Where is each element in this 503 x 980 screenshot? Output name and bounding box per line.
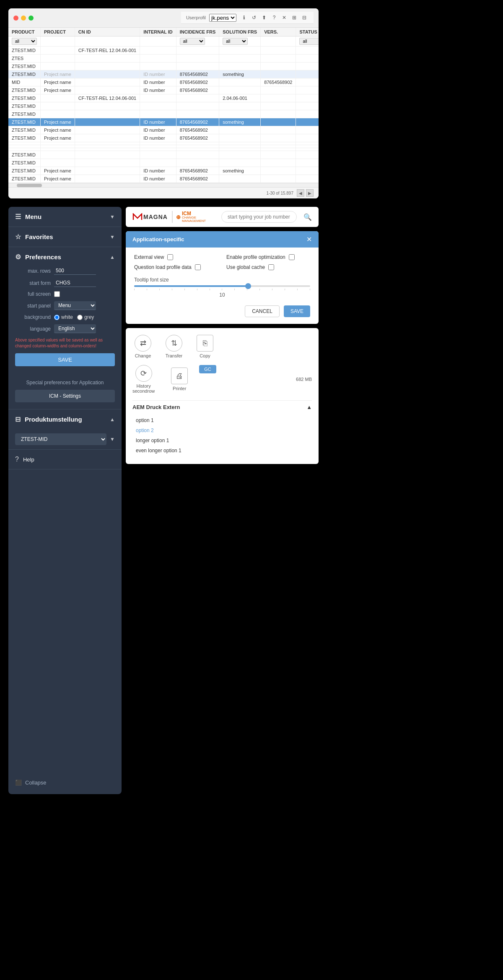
- language-select[interactable]: English: [54, 324, 96, 333]
- table-window: Userprofil jk.pens ℹ ↺ ⬆ ? ✕ ⊞ ⊟ PRODUCT…: [8, 8, 319, 198]
- bottom-section: ☰ Menu ▼ ☆ Favorites ▼ ⚙ Preferences: [8, 207, 319, 794]
- sidebar-help-header[interactable]: ? Help: [8, 450, 122, 469]
- sidebar-menu-header[interactable]: ☰ Menu ▼: [8, 207, 122, 227]
- max-rows-input[interactable]: [54, 267, 96, 275]
- enable-profile-label: Enable profile optimization: [226, 254, 285, 260]
- barcode-icon: ⊟: [15, 415, 21, 423]
- search-btn[interactable]: 🔍: [303, 213, 312, 221]
- modal-close-btn[interactable]: ✕: [306, 235, 312, 243]
- bg-grey-radio[interactable]: [77, 315, 83, 320]
- full-screen-checkbox[interactable]: [54, 291, 60, 297]
- sidebar-produkt-header[interactable]: ⊟ Produktumstellung ▲: [8, 409, 122, 429]
- tick: [259, 289, 260, 290]
- action-copy[interactable]: ⎘ Copy: [194, 335, 215, 358]
- start-form-input[interactable]: [54, 279, 96, 287]
- filter-solution[interactable]: all: [223, 38, 248, 45]
- table-row[interactable]: ZTEST.MID: [8, 63, 319, 70]
- sidebar-favorites-header[interactable]: ☆ Favorites ▼: [8, 227, 122, 247]
- filter-product[interactable]: all: [12, 38, 37, 45]
- action-printer[interactable]: 🖨 Printer: [169, 368, 190, 391]
- external-view-checkbox[interactable]: [167, 254, 173, 260]
- table-row[interactable]: ZTEST.MIDProject nameID number8765456890…: [8, 175, 319, 183]
- action-history[interactable]: ⟳ Historysecondrow: [132, 365, 155, 394]
- modal-save-btn[interactable]: SAVE: [284, 305, 310, 317]
- enable-profile-checkbox[interactable]: [289, 254, 295, 260]
- table-row[interactable]: ZTEST.MID: [8, 159, 319, 167]
- table-row[interactable]: MIDProject nameID number8765456890287654…: [8, 78, 319, 86]
- question-load-checkbox[interactable]: [195, 264, 201, 270]
- dropdown-item-3[interactable]: longer option 1: [132, 435, 312, 446]
- table-row[interactable]: ZTEST.MIDCF-TEST-REL 12.04.06-001: [8, 47, 319, 55]
- close-btn[interactable]: [13, 16, 18, 21]
- sidebar-preferences-header[interactable]: ⚙ Preferences ▲: [8, 247, 122, 267]
- minimize-btn[interactable]: [21, 16, 26, 21]
- scrollbar-thumb[interactable]: [17, 184, 42, 187]
- bg-white-radio[interactable]: [54, 315, 60, 320]
- table-icon[interactable]: ⊟: [300, 13, 309, 22]
- upload-icon[interactable]: ⬆: [260, 13, 268, 22]
- full-screen-label: full screen: [15, 291, 51, 297]
- history-label: Historysecondrow: [132, 383, 155, 394]
- filter-incidence[interactable]: all: [180, 38, 205, 45]
- prefs-save-btn[interactable]: SAVE: [15, 353, 115, 366]
- grid-icon[interactable]: ⊞: [290, 13, 298, 22]
- bg-grey-option[interactable]: grey: [77, 314, 94, 320]
- bg-white-option[interactable]: white: [54, 314, 73, 320]
- font-size-slider-track[interactable]: [134, 285, 310, 287]
- table-row[interactable]: ZTEST.MID: [8, 151, 319, 159]
- dropdown-item-4[interactable]: even longer option 1: [132, 446, 312, 456]
- table-row[interactable]: [8, 145, 319, 148]
- modal-footer: CANCEL SAVE: [134, 301, 310, 317]
- maximize-btn[interactable]: [29, 16, 34, 21]
- slider-thumb[interactable]: [245, 283, 251, 289]
- table-row[interactable]: ZTEST.MIDProject nameID number8765456890…: [8, 126, 319, 134]
- table-row[interactable]: ZTEST.MIDProject nameID number8765456890…: [8, 70, 319, 78]
- icm-settings-btn[interactable]: ICM - Settings: [15, 390, 115, 402]
- table-row-highlighted[interactable]: ZTEST.MIDProject nameID number8765456890…: [8, 118, 319, 126]
- collapse-btn[interactable]: ⬛ Collapse: [15, 779, 47, 786]
- prev-page-btn[interactable]: ◀: [297, 189, 304, 197]
- pref-start-panel: start panel Menu: [15, 301, 115, 310]
- col-cnid: CN ID: [75, 28, 140, 36]
- sidebar: ☰ Menu ▼ ☆ Favorites ▼ ⚙ Preferences: [8, 207, 122, 794]
- use-global-cache-checkbox[interactable]: [268, 264, 274, 270]
- gear-icon: ⚙: [15, 253, 21, 261]
- modal-cancel-btn[interactable]: CANCEL: [245, 305, 280, 317]
- start-panel-select[interactable]: Menu: [54, 301, 96, 310]
- tick: [184, 289, 185, 290]
- info-icon[interactable]: ℹ: [240, 13, 248, 22]
- action-change[interactable]: ⇄ Change: [132, 335, 153, 358]
- question-load-label: Question load profile data: [134, 264, 192, 270]
- produkt-chevron: ▲: [110, 417, 115, 422]
- table-row[interactable]: ZTEST.MIDCF-TEST-REL 12.04.06-0012.04.06…: [8, 94, 319, 102]
- refresh-icon[interactable]: ↺: [250, 13, 258, 22]
- horizontal-scrollbar[interactable]: [8, 183, 319, 187]
- action-transfer[interactable]: ⇅ Transfer: [163, 335, 184, 358]
- dropdown-header[interactable]: AEM Druck Extern ▲: [132, 400, 312, 414]
- next-page-btn[interactable]: ▶: [306, 189, 314, 197]
- pagination-nav: ◀ ▶: [297, 189, 314, 197]
- table-row[interactable]: ZTEST.MID: [8, 102, 319, 110]
- col-project: PROJECT: [41, 28, 75, 36]
- user-select[interactable]: jk.pens: [209, 14, 236, 22]
- dropdown-item-2[interactable]: option 2: [132, 425, 312, 435]
- enable-profile-option: Enable profile optimization: [226, 254, 310, 260]
- settings-icon[interactable]: ✕: [280, 13, 288, 22]
- dropdown-item-1[interactable]: option 1: [132, 415, 312, 425]
- table-row[interactable]: ZTEST.MIDProject nameID number8765456890…: [8, 167, 319, 175]
- job-search-input[interactable]: [221, 211, 297, 223]
- icm-logo-container: ⊕ ICM CHANGE MANAGEMENT: [172, 211, 215, 223]
- page-info: 1-30 of 15.897: [267, 191, 294, 195]
- help-icon[interactable]: ?: [270, 13, 278, 22]
- table-row[interactable]: ZTEST.MID: [8, 110, 319, 118]
- table-row[interactable]: [8, 142, 319, 145]
- copy-icon: ⎘: [197, 335, 213, 352]
- produkt-select[interactable]: ZTEST-MID: [15, 433, 106, 445]
- filter-status[interactable]: all: [299, 38, 319, 45]
- table-row[interactable]: ZTEST.MIDProject nameID number8765456890…: [8, 86, 319, 94]
- table-row[interactable]: ZTEST.MIDProject nameID number8765456890…: [8, 134, 319, 142]
- menu-header-left: ☰ Menu: [15, 213, 41, 221]
- table-row[interactable]: ZTES: [8, 55, 319, 63]
- table-row[interactable]: [8, 148, 319, 151]
- go-btn[interactable]: GC: [199, 365, 216, 373]
